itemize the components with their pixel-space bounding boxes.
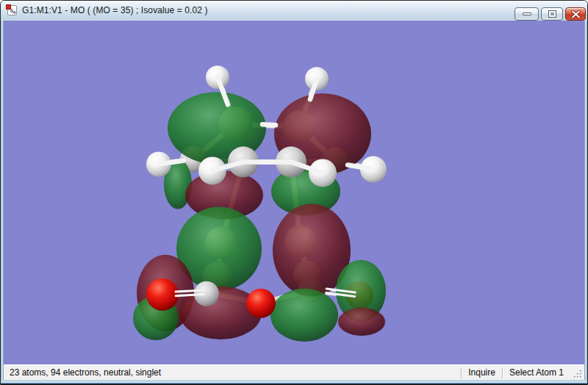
window-title: G1:M1:V1 - MO ( (MO = 35) ; Isovalue = 0… <box>22 5 208 15</box>
window-border-right <box>584 21 587 380</box>
close-button[interactable] <box>565 7 586 21</box>
caption-buttons <box>514 7 586 21</box>
minimize-icon <box>523 12 531 15</box>
maximize-icon <box>548 10 556 18</box>
gaussview-document-icon <box>6 4 18 16</box>
molecule-svg <box>4 21 584 364</box>
selection-indicator: Select Atom 1 <box>503 367 570 378</box>
titlebar[interactable]: G1:M1:V1 - MO ( (MO = 35) ; Isovalue = 0… <box>1 1 587 21</box>
resize-grip-icon[interactable] <box>572 368 584 380</box>
molecule-summary: 23 atoms, 94 electrons, neutral, singlet <box>4 367 461 378</box>
close-icon <box>571 10 581 18</box>
molecule-viewport[interactable] <box>4 21 584 364</box>
gaussview-mo-window: G1:M1:V1 - MO ( (MO = 35) ; Isovalue = 0… <box>0 0 588 385</box>
status-bar: 23 atoms, 94 electrons, neutral, singlet… <box>4 364 584 380</box>
mouse-mode-indicator: Inquire <box>462 367 502 378</box>
window-border-bottom <box>1 380 587 384</box>
minimize-button[interactable] <box>514 7 539 21</box>
maximize-button[interactable] <box>541 7 563 21</box>
